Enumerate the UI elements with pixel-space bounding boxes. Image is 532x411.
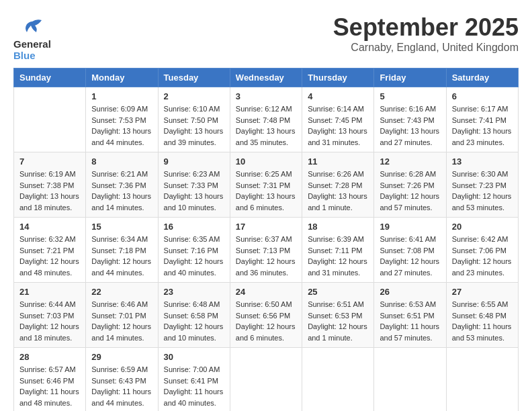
sunset: Sunset: 6:41 PM (164, 377, 218, 385)
daylight: Daylight: 12 hours and 27 minutes. (380, 257, 439, 277)
day-number: 5 (380, 91, 440, 101)
day-info: Sunrise: 6:16 AM Sunset: 7:43 PM Dayligh… (380, 103, 440, 148)
logo: General Blue (13, 16, 51, 61)
sunset: Sunset: 7:26 PM (380, 181, 434, 189)
calendar-cell: 25 Sunrise: 6:51 AM Sunset: 6:53 PM Dayl… (302, 283, 374, 348)
sunrise: Sunrise: 6:53 AM (380, 300, 436, 308)
calendar-cell: 17 Sunrise: 6:37 AM Sunset: 7:13 PM Dayl… (230, 218, 302, 283)
weekday-header-saturday: Saturday (446, 68, 518, 87)
day-number: 12 (380, 156, 440, 167)
sunrise: Sunrise: 6:17 AM (452, 105, 508, 113)
daylight: Daylight: 12 hours and 6 minutes. (236, 322, 296, 342)
day-info: Sunrise: 6:39 AM Sunset: 7:11 PM Dayligh… (308, 234, 368, 278)
day-number: 27 (452, 287, 513, 297)
day-info: Sunrise: 6:32 AM Sunset: 7:21 PM Dayligh… (19, 234, 80, 278)
daylight: Daylight: 12 hours and 10 minutes. (164, 322, 224, 342)
calendar-cell: 1 Sunrise: 6:09 AM Sunset: 7:53 PM Dayli… (86, 87, 158, 152)
day-number: 2 (164, 91, 224, 101)
sunrise: Sunrise: 6:35 AM (164, 235, 220, 243)
day-info: Sunrise: 6:37 AM Sunset: 7:13 PM Dayligh… (236, 234, 296, 278)
calendar-cell: 14 Sunrise: 6:32 AM Sunset: 7:21 PM Dayl… (14, 218, 86, 283)
week-row-3: 21 Sunrise: 6:44 AM Sunset: 7:03 PM Dayl… (14, 283, 519, 348)
day-info: Sunrise: 6:41 AM Sunset: 7:08 PM Dayligh… (380, 234, 440, 278)
day-number: 25 (308, 287, 368, 297)
sunrise: Sunrise: 6:26 AM (308, 170, 364, 178)
daylight: Daylight: 11 hours and 48 minutes. (19, 387, 79, 407)
calendar-cell: 8 Sunrise: 6:21 AM Sunset: 7:36 PM Dayli… (86, 152, 158, 218)
sunset: Sunset: 7:03 PM (19, 312, 74, 320)
calendar-cell: 13 Sunrise: 6:30 AM Sunset: 7:23 PM Dayl… (446, 152, 518, 218)
day-number: 13 (452, 156, 513, 167)
calendar-cell: 26 Sunrise: 6:53 AM Sunset: 6:51 PM Dayl… (374, 283, 446, 348)
sunrise: Sunrise: 6:48 AM (164, 300, 220, 308)
daylight: Daylight: 12 hours and 36 minutes. (236, 257, 296, 277)
sunrise: Sunrise: 6:28 AM (380, 170, 436, 178)
weekday-header-tuesday: Tuesday (158, 68, 230, 87)
calendar-cell: 29 Sunrise: 6:59 AM Sunset: 6:43 PM Dayl… (86, 348, 158, 412)
weekday-header-monday: Monday (86, 68, 158, 87)
day-info: Sunrise: 6:46 AM Sunset: 7:01 PM Dayligh… (91, 299, 152, 343)
calendar-cell: 5 Sunrise: 6:16 AM Sunset: 7:43 PM Dayli… (374, 87, 446, 152)
sunrise: Sunrise: 6:57 AM (19, 365, 76, 373)
logo-blue: Blue (13, 50, 51, 62)
day-number: 30 (164, 352, 224, 362)
title-area: September 2025 Carnaby, England, United … (333, 13, 519, 54)
sunset: Sunset: 7:41 PM (452, 116, 506, 124)
day-number: 20 (452, 222, 513, 232)
sunrise: Sunrise: 7:00 AM (164, 365, 220, 373)
sunrise: Sunrise: 6:42 AM (452, 235, 508, 243)
day-info: Sunrise: 6:30 AM Sunset: 7:23 PM Dayligh… (452, 169, 513, 213)
weekday-header-row: SundayMondayTuesdayWednesdayThursdayFrid… (14, 68, 519, 87)
day-number: 10 (236, 156, 296, 167)
day-info: Sunrise: 6:35 AM Sunset: 7:16 PM Dayligh… (164, 234, 224, 278)
day-number: 1 (91, 91, 152, 101)
day-number: 15 (91, 222, 152, 232)
calendar-cell: 27 Sunrise: 6:55 AM Sunset: 6:48 PM Dayl… (446, 283, 518, 348)
calendar-cell: 9 Sunrise: 6:23 AM Sunset: 7:33 PM Dayli… (158, 152, 230, 218)
sunset: Sunset: 7:11 PM (308, 246, 362, 255)
day-info: Sunrise: 6:28 AM Sunset: 7:26 PM Dayligh… (380, 169, 440, 213)
sunset: Sunset: 7:43 PM (380, 116, 434, 124)
week-row-0: 1 Sunrise: 6:09 AM Sunset: 7:53 PM Dayli… (14, 87, 519, 152)
week-row-1: 7 Sunrise: 6:19 AM Sunset: 7:38 PM Dayli… (14, 152, 519, 218)
sunset: Sunset: 7:38 PM (19, 181, 74, 189)
calendar-cell (374, 348, 446, 412)
sunrise: Sunrise: 6:44 AM (19, 300, 76, 308)
sunrise: Sunrise: 6:50 AM (236, 300, 292, 308)
daylight: Daylight: 12 hours and 40 minutes. (164, 257, 224, 277)
day-number: 7 (19, 156, 80, 167)
calendar-cell: 28 Sunrise: 6:57 AM Sunset: 6:46 PM Dayl… (14, 348, 86, 412)
calendar-cell: 20 Sunrise: 6:42 AM Sunset: 7:06 PM Dayl… (446, 218, 518, 283)
sunrise: Sunrise: 6:16 AM (380, 105, 436, 113)
sunset: Sunset: 7:08 PM (380, 246, 434, 255)
calendar-cell: 12 Sunrise: 6:28 AM Sunset: 7:26 PM Dayl… (374, 152, 446, 218)
daylight: Daylight: 13 hours and 39 minutes. (164, 127, 224, 146)
sunrise: Sunrise: 6:55 AM (452, 300, 508, 308)
sunset: Sunset: 7:31 PM (236, 181, 290, 189)
day-info: Sunrise: 6:50 AM Sunset: 6:56 PM Dayligh… (236, 299, 296, 343)
weekday-header-wednesday: Wednesday (230, 68, 302, 87)
sunrise: Sunrise: 6:32 AM (19, 235, 76, 243)
calendar-cell: 21 Sunrise: 6:44 AM Sunset: 7:03 PM Dayl… (14, 283, 86, 348)
day-info: Sunrise: 6:59 AM Sunset: 6:43 PM Dayligh… (91, 364, 152, 408)
sunrise: Sunrise: 6:09 AM (91, 105, 148, 113)
day-info: Sunrise: 6:14 AM Sunset: 7:45 PM Dayligh… (308, 103, 368, 148)
sunset: Sunset: 7:16 PM (164, 246, 218, 255)
daylight: Daylight: 12 hours and 31 minutes. (308, 257, 367, 277)
daylight: Daylight: 12 hours and 14 minutes. (91, 322, 151, 342)
day-info: Sunrise: 6:48 AM Sunset: 6:58 PM Dayligh… (164, 299, 224, 343)
daylight: Daylight: 13 hours and 31 minutes. (308, 127, 367, 146)
day-number: 14 (19, 222, 80, 232)
sunset: Sunset: 7:23 PM (452, 181, 506, 189)
day-info: Sunrise: 6:21 AM Sunset: 7:36 PM Dayligh… (91, 169, 152, 213)
daylight: Daylight: 12 hours and 53 minutes. (452, 192, 512, 212)
sunrise: Sunrise: 6:19 AM (19, 170, 76, 178)
calendar-cell: 11 Sunrise: 6:26 AM Sunset: 7:28 PM Dayl… (302, 152, 374, 218)
daylight: Daylight: 13 hours and 14 minutes. (91, 192, 151, 212)
day-number: 16 (164, 222, 224, 232)
sunrise: Sunrise: 6:46 AM (91, 300, 148, 308)
calendar-cell: 19 Sunrise: 6:41 AM Sunset: 7:08 PM Dayl… (374, 218, 446, 283)
day-number: 4 (308, 91, 368, 101)
day-number: 6 (452, 91, 513, 101)
sunset: Sunset: 7:45 PM (308, 116, 362, 124)
